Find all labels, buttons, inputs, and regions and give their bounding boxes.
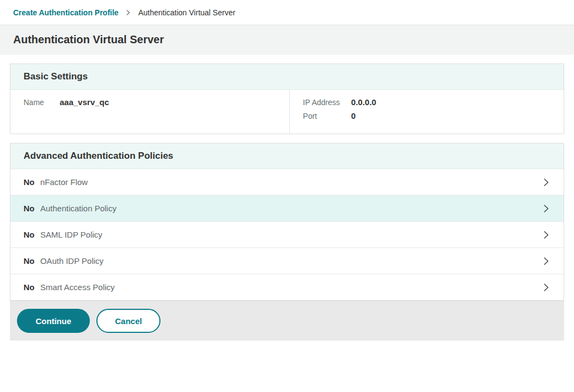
policy-row-authentication-policy[interactable]: No Authentication Policy bbox=[10, 195, 564, 222]
cancel-button[interactable]: Cancel bbox=[96, 309, 160, 333]
basic-settings-right-col: IP Address 0.0.0.0 Port 0 bbox=[290, 90, 564, 134]
policy-count: No bbox=[24, 177, 35, 187]
content: Basic Settings Name aaa_vsrv_qc IP Addre… bbox=[0, 55, 574, 301]
policy-row-saml-idp-policy[interactable]: No SAML IDP Policy bbox=[10, 222, 564, 248]
policy-label: nFactor Flow bbox=[40, 177, 88, 187]
continue-button[interactable]: Continue bbox=[17, 309, 90, 333]
policy-label: Smart Access Policy bbox=[40, 283, 114, 292]
advanced-policies-title: Advanced Authentication Policies bbox=[24, 151, 550, 162]
ip-address-row: IP Address 0.0.0.0 bbox=[303, 97, 550, 107]
breadcrumb-link-create-authentication-profile[interactable]: Create Authentication Profile bbox=[13, 8, 118, 17]
basic-settings-title: Basic Settings bbox=[24, 71, 550, 82]
chevron-right-icon bbox=[542, 178, 550, 187]
ip-address-label: IP Address bbox=[303, 97, 351, 107]
policy-count: No bbox=[24, 283, 35, 292]
chevron-right-icon bbox=[542, 257, 550, 266]
breadcrumb-current: Authentication Virtual Server bbox=[138, 8, 235, 17]
policy-row-smart-access-policy[interactable]: No Smart Access Policy bbox=[10, 274, 564, 301]
footer-action-bar: Continue Cancel bbox=[10, 301, 564, 341]
policy-count: No bbox=[24, 230, 35, 239]
policy-label: SAML IDP Policy bbox=[40, 230, 102, 239]
policy-count: No bbox=[24, 204, 35, 213]
page-title: Authentication Virtual Server bbox=[13, 33, 561, 46]
chevron-right-icon bbox=[125, 9, 131, 16]
basic-settings-header: Basic Settings bbox=[10, 64, 564, 90]
policy-row-oauth-idp-policy[interactable]: No OAuth IDP Policy bbox=[10, 248, 564, 274]
ip-address-value: 0.0.0.0 bbox=[351, 97, 376, 107]
port-value: 0 bbox=[351, 111, 355, 120]
port-label: Port bbox=[303, 111, 351, 120]
policy-count: No bbox=[24, 256, 35, 266]
chevron-right-icon bbox=[542, 204, 550, 213]
name-value: aaa_vsrv_qc bbox=[60, 97, 109, 107]
chevron-right-icon bbox=[542, 283, 550, 292]
policy-label: OAuth IDP Policy bbox=[40, 256, 104, 266]
policy-label: Authentication Policy bbox=[40, 204, 116, 213]
basic-settings-panel: Basic Settings Name aaa_vsrv_qc IP Addre… bbox=[10, 64, 564, 134]
advanced-policies-header: Advanced Authentication Policies bbox=[10, 143, 564, 169]
policy-row-nfactor-flow[interactable]: No nFactor Flow bbox=[10, 169, 564, 195]
basic-settings-body: Name aaa_vsrv_qc IP Address 0.0.0.0 Port… bbox=[10, 90, 564, 134]
breadcrumb: Create Authentication Profile Authentica… bbox=[0, 0, 574, 25]
chevron-right-icon bbox=[542, 230, 550, 239]
advanced-policies-panel: Advanced Authentication Policies No nFac… bbox=[10, 143, 564, 301]
basic-settings-left-col: Name aaa_vsrv_qc bbox=[10, 90, 290, 134]
port-row: Port 0 bbox=[303, 111, 550, 120]
page-title-bar: Authentication Virtual Server bbox=[0, 25, 574, 55]
name-label: Name bbox=[24, 97, 50, 107]
